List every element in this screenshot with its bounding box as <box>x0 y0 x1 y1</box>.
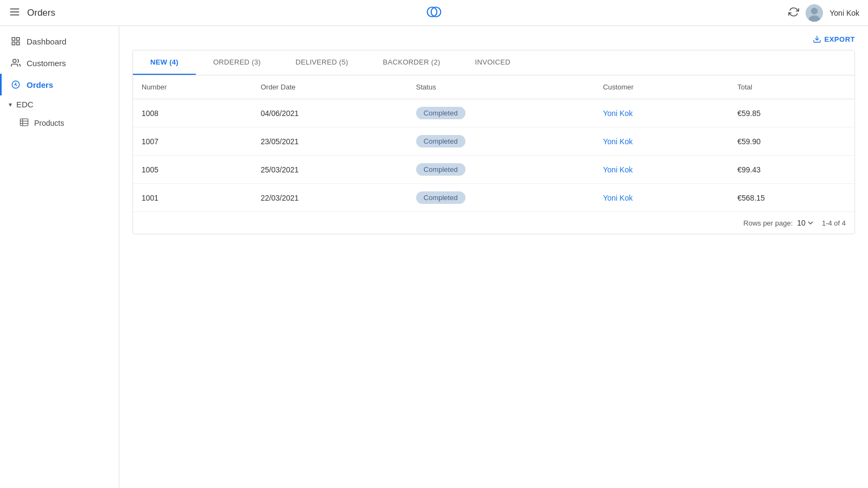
customer-link[interactable]: Yoni Kok <box>603 194 633 202</box>
cell-order-date: 22/03/2021 <box>252 184 407 212</box>
table-card: NEW (4) ORDERED (3) DELIVERED (5) BACKOR… <box>132 50 855 234</box>
tab-ordered[interactable]: ORDERED (3) <box>196 50 278 75</box>
svg-rect-15 <box>20 119 28 126</box>
sidebar-item-products[interactable]: Products <box>0 113 119 133</box>
customers-icon <box>10 57 21 68</box>
sidebar: Dashboard Customers Order <box>0 26 119 488</box>
tab-delivered[interactable]: DELIVERED (5) <box>278 50 366 75</box>
orders-table: Number Order Date Status Customer Total … <box>133 75 854 211</box>
cell-customer[interactable]: Yoni Kok <box>594 184 729 212</box>
svg-rect-10 <box>12 42 15 45</box>
main-layout: Dashboard Customers Order <box>0 26 868 488</box>
cell-number: 1005 <box>133 156 252 184</box>
cell-customer[interactable]: Yoni Kok <box>594 127 729 156</box>
tabs: NEW (4) ORDERED (3) DELIVERED (5) BACKOR… <box>133 50 854 75</box>
chevron-down-icon: ▾ <box>9 101 12 108</box>
svg-rect-8 <box>12 37 15 40</box>
col-header-status: Status <box>407 75 595 99</box>
cell-number: 1007 <box>133 127 252 156</box>
svg-rect-9 <box>17 37 20 40</box>
top-header: Orders Yoni Kok <box>0 0 868 26</box>
rows-per-page: Rows per page: 10 <box>743 219 813 227</box>
sidebar-item-dashboard-label: Dashboard <box>27 37 110 46</box>
status-badge: Completed <box>416 107 465 119</box>
products-icon <box>20 118 29 129</box>
cell-order-date: 23/05/2021 <box>252 127 407 156</box>
menu-icon[interactable] <box>9 6 21 20</box>
cell-order-date: 04/06/2021 <box>252 99 407 127</box>
cell-total: €568.15 <box>729 184 854 212</box>
cell-status: Completed <box>407 127 595 156</box>
tab-invoiced[interactable]: INVOICED <box>458 50 528 75</box>
cell-status: Completed <box>407 99 595 127</box>
chevron-down-icon <box>808 221 813 224</box>
table-row[interactable]: 1007 23/05/2021 Completed Yoni Kok €59.9… <box>133 127 854 156</box>
customer-link[interactable]: Yoni Kok <box>603 109 633 118</box>
header-right: Yoni Kok <box>788 4 859 22</box>
table-row[interactable]: 1005 25/03/2021 Completed Yoni Kok €99.4… <box>133 156 854 184</box>
status-badge: Completed <box>416 163 465 176</box>
rows-per-page-label: Rows per page: <box>743 219 793 227</box>
page-title: Orders <box>27 8 55 18</box>
header-left: Orders <box>9 6 55 20</box>
sidebar-item-dashboard[interactable]: Dashboard <box>0 30 119 52</box>
toolbar: EXPORT <box>132 35 855 43</box>
main-content: EXPORT NEW (4) ORDERED (3) DELIVERED (5)… <box>119 26 868 488</box>
col-header-number: Number <box>133 75 252 99</box>
sidebar-item-customers[interactable]: Customers <box>0 52 119 74</box>
dashboard-icon <box>10 36 21 47</box>
sidebar-item-customers-label: Customers <box>27 59 110 68</box>
cell-customer[interactable]: Yoni Kok <box>594 99 729 127</box>
cell-customer[interactable]: Yoni Kok <box>594 156 729 184</box>
svg-rect-11 <box>17 42 20 45</box>
refresh-icon[interactable] <box>788 7 799 20</box>
col-header-total: Total <box>729 75 854 99</box>
status-badge: Completed <box>416 191 465 204</box>
sidebar-item-orders[interactable]: Orders <box>0 74 119 95</box>
export-button[interactable]: EXPORT <box>813 35 855 43</box>
cell-status: Completed <box>407 184 595 212</box>
pagination: Rows per page: 10 1-4 of 4 <box>133 211 854 234</box>
table-row[interactable]: 1008 04/06/2021 Completed Yoni Kok €59.8… <box>133 99 854 127</box>
cell-total: €59.85 <box>729 99 854 127</box>
export-icon <box>813 35 821 43</box>
svg-point-6 <box>811 8 818 14</box>
tab-backorder[interactable]: BACKORDER (2) <box>366 50 458 75</box>
col-header-order-date: Order Date <box>252 75 407 99</box>
svg-point-12 <box>13 59 16 62</box>
col-header-customer: Customer <box>594 75 729 99</box>
edc-label: EDC <box>16 100 34 109</box>
cell-total: €99.43 <box>729 156 854 184</box>
logo-icon <box>425 3 443 23</box>
cell-total: €59.90 <box>729 127 854 156</box>
avatar <box>806 4 823 22</box>
customer-link[interactable]: Yoni Kok <box>603 165 633 174</box>
tab-new[interactable]: NEW (4) <box>133 50 196 75</box>
sidebar-item-products-label: Products <box>34 119 64 127</box>
cell-order-date: 25/03/2021 <box>252 156 407 184</box>
orders-icon <box>10 79 21 90</box>
cell-number: 1008 <box>133 99 252 127</box>
customer-link[interactable]: Yoni Kok <box>603 137 633 146</box>
table-row[interactable]: 1001 22/03/2021 Completed Yoni Kok €568.… <box>133 184 854 212</box>
user-name: Yoni Kok <box>829 9 859 17</box>
rows-per-page-value: 10 <box>797 219 806 227</box>
sidebar-item-orders-label: Orders <box>27 80 110 89</box>
edc-collapse[interactable]: ▾ EDC <box>0 95 119 113</box>
rows-per-page-select[interactable]: 10 <box>797 219 813 227</box>
cell-number: 1001 <box>133 184 252 212</box>
status-badge: Completed <box>416 135 465 147</box>
page-info: 1-4 of 4 <box>822 219 846 227</box>
export-label: EXPORT <box>825 35 855 43</box>
cell-status: Completed <box>407 156 595 184</box>
header-center <box>425 3 443 23</box>
